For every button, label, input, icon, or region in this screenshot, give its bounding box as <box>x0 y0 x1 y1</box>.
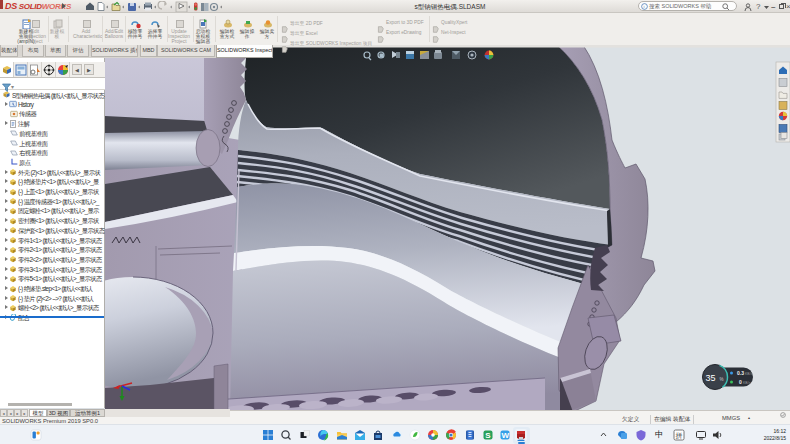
svg-text:KB/s: KB/s <box>743 381 751 385</box>
svg-text:0.3: 0.3 <box>737 370 744 376</box>
svg-text:0: 0 <box>739 379 742 385</box>
svg-text:i: i <box>643 4 644 9</box>
svg-text:拼: 拼 <box>676 432 683 439</box>
svg-text:W: W <box>502 431 510 440</box>
svg-text:S: S <box>485 431 491 440</box>
svg-text:35: 35 <box>706 373 716 383</box>
svg-text:%: % <box>720 377 724 382</box>
svg-text:KB/s: KB/s <box>745 372 753 376</box>
